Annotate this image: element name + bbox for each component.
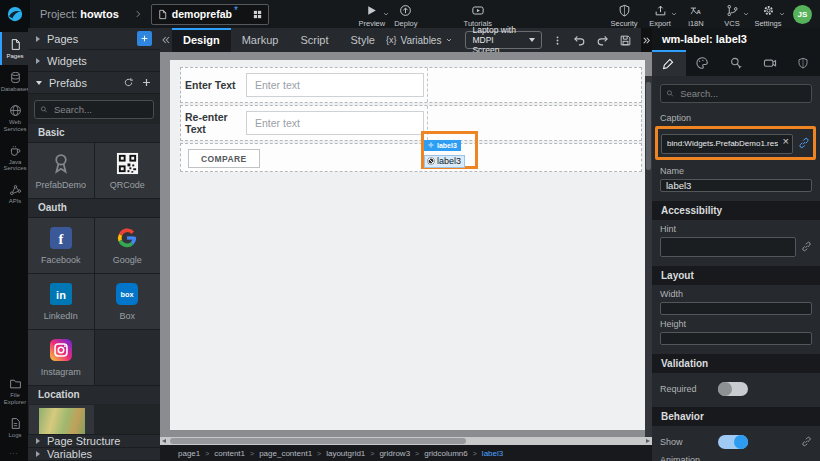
prefab-search-input[interactable] [52,103,148,116]
deploy-button[interactable]: Deploy [389,1,423,28]
prefab-search[interactable] [34,100,154,119]
grid-row-2[interactable]: Re-enter Text [180,105,642,141]
tab-styles[interactable] [686,50,720,76]
width-input[interactable] [660,302,812,315]
breadcrumb-page1[interactable]: page1 [178,449,200,458]
canvas-area: Design Markup Script Style {x} Variables… [160,28,652,445]
rail-item-databases[interactable]: Databases [0,65,28,98]
field-label: Enter Text [185,79,246,91]
rail-item-logs[interactable]: Logs [0,411,28,444]
redo-icon[interactable] [596,34,609,47]
scroll-left-arrow-icon[interactable] [162,439,166,443]
rail-item-file-explorer[interactable]: File Explorer [0,371,28,411]
device-selector[interactable]: Laptop with MDPI Screen [465,31,542,49]
enter-text-input[interactable] [246,73,424,97]
prefab-tile-box[interactable]: Box [95,274,161,329]
page-tab-demoprefab[interactable]: demoprefab * [151,4,269,25]
expand-right-panel-icon[interactable] [641,28,652,52]
export-button[interactable]: Export [643,1,677,28]
app-logo[interactable] [0,0,30,28]
rail-item-java-services[interactable]: Java Services [0,138,28,178]
hint-input[interactable] [660,237,796,257]
rail-item-web-services[interactable]: Web Services [0,98,28,138]
tab-properties[interactable] [652,50,686,76]
i18n-button[interactable]: i18N [679,1,713,28]
user-avatar[interactable]: JS [793,5,812,24]
more-icon[interactable]: ... [0,444,28,461]
design-page[interactable]: Enter Text Re-enter Text COMPARE [170,60,645,430]
chevron-down-icon[interactable] [778,10,786,18]
accordion-pages[interactable]: Pages [28,28,160,50]
accordion-prefabs[interactable]: Prefabs [28,72,160,94]
grid-row-3[interactable]: COMPARE [180,143,642,172]
breadcrumb-gridcolumn6[interactable]: gridcolumn6 [424,449,468,458]
tab-inspect[interactable] [719,50,753,76]
tab-security[interactable] [786,50,820,76]
prefab-tile-instagram[interactable]: Instagram [28,330,94,385]
name-input[interactable] [660,179,812,192]
grid-icon[interactable] [252,9,263,20]
scroll-right-arrow-icon[interactable] [646,439,650,443]
refresh-icon[interactable] [123,77,134,88]
breadcrumb-gridrow3[interactable]: gridrow3 [379,449,410,458]
property-search-input[interactable] [678,87,806,100]
breadcrumb-label3[interactable]: label3 [482,449,503,458]
required-toggle[interactable] [718,382,748,396]
prefab-tile-facebook[interactable]: Facebook [28,218,94,273]
explorer-panel: Pages Widgets Prefabs Basic PrefabDemo [28,28,160,461]
collapse-left-panel-icon[interactable] [160,34,172,46]
tab-script[interactable]: Script [289,28,339,52]
re-enter-text-input[interactable] [246,111,424,135]
scrollbar-thumb[interactable] [646,82,651,170]
prefab-tile-linkedin[interactable]: LinkedIn [28,274,94,329]
rail-item-apis[interactable]: APIs [0,177,28,210]
accordion-page-structure[interactable]: Page Structure [28,434,160,448]
label3-widget[interactable]: label3 [424,155,465,168]
bind-link-icon[interactable] [801,241,812,252]
breadcrumb-layoutgrid1[interactable]: layoutgrid1 [326,449,365,458]
chevron-down-icon[interactable] [670,10,678,18]
vcs-button[interactable]: VCS [715,1,749,28]
add-page-button[interactable] [137,31,152,46]
chevron-down-icon[interactable] [742,10,750,18]
prefab-tile-prefabdemo[interactable]: PrefabDemo [28,143,94,198]
prefab-tile-location[interactable] [29,405,94,434]
add-prefab-icon[interactable] [141,77,152,88]
scrollbar-thumb[interactable] [170,438,466,444]
tab-style[interactable]: Style [340,28,386,52]
variables-dropdown[interactable]: {x} Variables [386,35,453,46]
property-search[interactable] [660,84,812,103]
grid-column-empty[interactable] [428,68,641,102]
breadcrumb-page-content1[interactable]: page_content1 [259,449,312,458]
bind-link-icon[interactable] [798,137,810,149]
tab-markup[interactable]: Markup [231,28,290,52]
grid-row-1[interactable]: Enter Text [180,67,642,103]
layout-grid[interactable]: Enter Text Re-enter Text COMPARE [180,67,642,174]
tutorials-button[interactable]: Tutorials [461,1,495,28]
height-input[interactable] [660,332,812,345]
canvas-vertical-scrollbar[interactable] [645,76,652,461]
clear-icon[interactable]: × [783,135,789,148]
tab-design[interactable]: Design [172,28,231,52]
undo-icon[interactable] [573,34,586,47]
security-button[interactable]: Security [607,1,641,28]
rail-item-pages[interactable]: Pages [0,32,28,65]
accordion-variables[interactable]: Variables [28,448,160,461]
show-toggle[interactable] [718,435,748,449]
tab-device[interactable] [753,50,787,76]
kebab-menu-icon[interactable] [552,35,563,46]
settings-button[interactable]: Settings [751,1,785,28]
breadcrumb-content1[interactable]: content1 [214,449,245,458]
prefab-tile-qrcode[interactable]: QRCode [95,143,161,198]
bind-link-icon[interactable] [801,436,812,447]
widget-drag-handle[interactable]: label3 [424,140,461,151]
compare-button[interactable]: COMPARE [188,149,260,168]
prefab-tile-google[interactable]: Google [95,218,161,273]
accordion-widgets[interactable]: Widgets [28,50,160,72]
group-basic: Basic [28,124,160,142]
caption-input[interactable] [661,134,793,154]
save-icon[interactable] [619,34,632,47]
caption-highlight: × [655,126,816,160]
canvas-horizontal-scrollbar[interactable] [160,437,652,445]
preview-button[interactable]: Preview [355,1,389,28]
